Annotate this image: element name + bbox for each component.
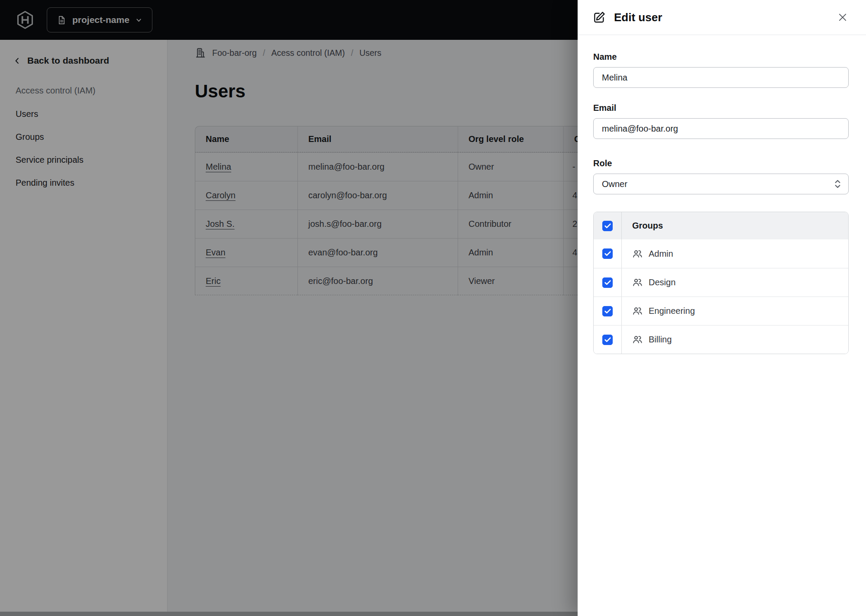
checkbox-check-icon [604,309,611,314]
group-row-content: Design [622,268,675,297]
drawer-title: Edit user [614,11,662,24]
group-row-billing[interactable]: Billing [594,325,848,354]
select-all-groups-checkbox[interactable] [602,221,613,231]
groups-panel: Groups Admin Design [593,212,849,354]
group-label: Admin [649,249,673,259]
group-checkbox-billing[interactable] [602,335,613,345]
drawer-body: Name Email Role Owner [578,35,866,354]
group-checkbox-engineering[interactable] [602,306,613,316]
users-group-icon [632,248,643,259]
groups-panel-title: Groups [622,212,663,239]
group-label: Billing [649,335,672,345]
group-checkbox-cell [594,326,622,354]
email-field-group: Email [593,103,849,139]
group-row-design[interactable]: Design [594,268,848,297]
group-checkbox-design[interactable] [602,277,613,288]
group-checkbox-cell [594,297,622,325]
role-field-group: Role Owner [593,158,849,194]
group-label: Design [649,277,675,287]
group-row-content: Billing [622,326,672,354]
select-all-cell [594,212,622,239]
group-label: Engineering [649,306,695,316]
users-group-icon [632,277,643,288]
edit-user-drawer: Edit user Name Email Role Owner [578,0,866,616]
name-input[interactable] [593,67,849,88]
group-row-content: Engineering [622,297,695,325]
email-input[interactable] [593,118,849,139]
groups-list: Admin Design Engineering [594,239,848,354]
name-field-group: Name [593,52,849,88]
users-group-icon [632,334,643,345]
checkbox-check-icon [604,337,611,342]
users-group-icon [632,306,643,316]
group-checkbox-cell [594,268,622,297]
group-row-admin[interactable]: Admin [594,239,848,268]
edit-pencil-square-icon [592,10,606,24]
checkbox-check-icon [604,280,611,285]
select-caret-icon [834,179,841,189]
role-field-label: Role [593,158,849,168]
group-checkbox-admin[interactable] [602,248,613,259]
close-icon[interactable] [837,11,849,23]
drawer-header: Edit user [578,0,866,35]
name-field-label: Name [593,52,849,62]
group-checkbox-cell [594,239,622,268]
checkbox-check-icon [604,251,611,256]
group-row-content: Admin [622,239,673,268]
groups-panel-header: Groups [594,212,848,239]
role-select-value: Owner [602,179,627,189]
app-root: project-name Back to dashboard Access co… [0,0,866,616]
group-row-engineering[interactable]: Engineering [594,297,848,325]
role-select[interactable]: Owner [593,174,849,194]
checkbox-check-icon [604,223,611,229]
email-field-label: Email [593,103,849,113]
